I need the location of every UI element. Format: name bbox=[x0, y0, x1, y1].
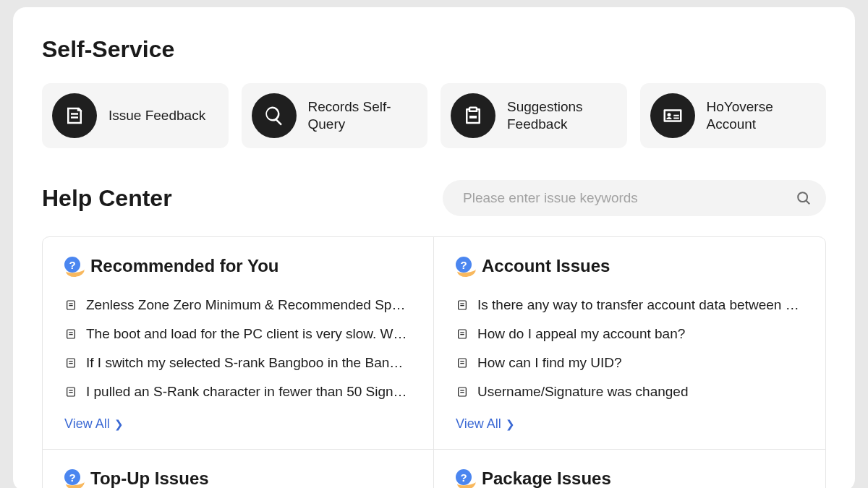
article-link[interactable]: If I switch my selected S-rank Bangboo i… bbox=[64, 348, 412, 377]
svg-rect-11 bbox=[67, 388, 75, 396]
article-text: Is there any way to transfer account dat… bbox=[477, 297, 799, 313]
category-header: ? Top-Up Issues bbox=[64, 468, 412, 488]
category-title: Package Issues bbox=[482, 468, 611, 488]
view-all-label: View All bbox=[456, 416, 501, 432]
help-grid: ? Recommended for You Zenless Zone Zero … bbox=[42, 236, 826, 488]
view-all-link[interactable]: View All ❯ bbox=[456, 416, 515, 432]
question-icon: ? bbox=[456, 469, 475, 488]
service-records-self-query[interactable]: Records Self-Query bbox=[242, 83, 428, 148]
service-label: Records Self-Query bbox=[308, 98, 418, 133]
clipboard-icon bbox=[451, 93, 495, 138]
self-service-title: Self-Service bbox=[42, 36, 826, 63]
main-card: Self-Service Issue Feedback Records Self… bbox=[13, 7, 855, 488]
chevron-right-icon: ❯ bbox=[114, 418, 124, 431]
svg-line-1 bbox=[806, 200, 809, 204]
search-input[interactable] bbox=[443, 180, 826, 216]
view-all-label: View All bbox=[64, 416, 110, 432]
question-icon: ? bbox=[64, 469, 83, 488]
svg-rect-8 bbox=[67, 359, 75, 367]
document-icon bbox=[64, 328, 77, 341]
svg-rect-5 bbox=[67, 330, 75, 338]
service-hoyoverse-account[interactable]: HoYoverse Account bbox=[640, 83, 827, 148]
article-text: Username/Signature was changed bbox=[477, 384, 689, 400]
category-title: Recommended for You bbox=[90, 256, 278, 276]
document-icon bbox=[64, 385, 77, 398]
service-label: Issue Feedback bbox=[109, 107, 205, 124]
document-icon bbox=[456, 385, 469, 398]
category-account-issues: ? Account Issues Is there any way to tra… bbox=[434, 237, 825, 450]
document-icon bbox=[456, 299, 469, 312]
category-top-up-issues: ? Top-Up Issues bbox=[43, 450, 434, 488]
document-icon bbox=[456, 328, 469, 341]
service-issue-feedback[interactable]: Issue Feedback bbox=[42, 83, 229, 148]
service-suggestions-feedback[interactable]: Suggestions Feedback bbox=[441, 83, 627, 148]
chevron-right-icon: ❯ bbox=[506, 418, 515, 431]
question-icon: ? bbox=[64, 257, 83, 275]
category-title: Top-Up Issues bbox=[90, 468, 209, 488]
article-link[interactable]: How can I find my UID? bbox=[456, 348, 804, 377]
help-center-header: Help Center bbox=[42, 180, 826, 216]
article-link[interactable]: Username/Signature was changed bbox=[456, 377, 804, 406]
document-icon bbox=[456, 356, 469, 369]
article-link[interactable]: How do I appeal my account ban? bbox=[456, 320, 804, 348]
question-icon: ? bbox=[456, 257, 475, 275]
svg-rect-23 bbox=[459, 388, 467, 396]
svg-rect-17 bbox=[459, 330, 467, 338]
search-icon[interactable] bbox=[794, 189, 813, 207]
svg-rect-2 bbox=[67, 301, 75, 309]
category-header: ? Package Issues bbox=[456, 468, 804, 488]
category-title: Account Issues bbox=[482, 256, 610, 276]
article-link[interactable]: The boot and load for the PC client is v… bbox=[64, 320, 412, 348]
article-text: I pulled an S-Rank character in fewer th… bbox=[86, 384, 407, 400]
service-label: Suggestions Feedback bbox=[507, 98, 617, 133]
article-link[interactable]: I pulled an S-Rank character in fewer th… bbox=[64, 377, 412, 406]
self-service-row: Issue Feedback Records Self-Query Sugges… bbox=[42, 83, 826, 148]
article-text: How can I find my UID? bbox=[477, 355, 622, 371]
article-text: How do I appeal my account ban? bbox=[477, 326, 685, 342]
article-link[interactable]: Zenless Zone Zero Minimum & Recommended … bbox=[64, 291, 412, 320]
category-package-issues: ? Package Issues bbox=[434, 450, 825, 488]
category-header: ? Account Issues bbox=[456, 256, 804, 276]
article-link[interactable]: Is there any way to transfer account dat… bbox=[456, 291, 804, 320]
search-wrap bbox=[443, 180, 826, 216]
view-all-link[interactable]: View All ❯ bbox=[64, 416, 124, 432]
document-icon bbox=[64, 299, 77, 312]
help-center-title: Help Center bbox=[42, 185, 172, 212]
category-recommended: ? Recommended for You Zenless Zone Zero … bbox=[43, 237, 434, 450]
article-text: Zenless Zone Zero Minimum & Recommended … bbox=[86, 297, 405, 313]
svg-rect-20 bbox=[459, 359, 467, 367]
article-text: If I switch my selected S-rank Bangboo i… bbox=[86, 355, 403, 371]
category-header: ? Recommended for You bbox=[64, 256, 412, 276]
svg-point-0 bbox=[798, 192, 807, 202]
service-label: HoYoverse Account bbox=[707, 98, 817, 133]
issue-feedback-icon bbox=[52, 93, 97, 138]
search-records-icon bbox=[252, 93, 297, 138]
document-icon bbox=[64, 356, 77, 369]
article-text: The boot and load for the PC client is v… bbox=[86, 326, 407, 342]
id-card-icon bbox=[650, 93, 695, 138]
svg-rect-14 bbox=[459, 301, 467, 309]
